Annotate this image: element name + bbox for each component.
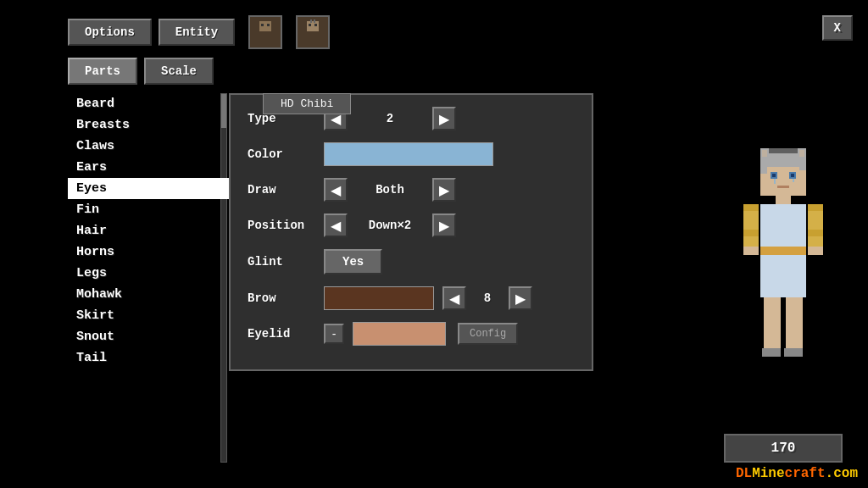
- svg-rect-8: [764, 148, 803, 153]
- sidebar-item-skirt[interactable]: Skirt: [68, 305, 229, 326]
- svg-rect-5: [314, 24, 317, 26]
- draw-value: Both: [356, 183, 424, 197]
- brow-label: Brow: [248, 291, 315, 305]
- svg-rect-31: [760, 255, 806, 297]
- svg-rect-7: [314, 19, 315, 23]
- watermark-craft: craft: [785, 466, 826, 481]
- svg-rect-22: [760, 247, 806, 255]
- color-row: Color: [248, 142, 575, 166]
- svg-rect-27: [743, 230, 759, 236]
- draw-next-button[interactable]: ▶: [432, 178, 456, 202]
- svg-rect-2: [267, 24, 270, 26]
- svg-rect-32: [764, 297, 781, 348]
- color-swatch[interactable]: [324, 142, 493, 166]
- draw-label: Draw: [248, 183, 315, 197]
- svg-rect-4: [309, 24, 311, 26]
- svg-rect-35: [784, 348, 803, 357]
- sidebar-item-beard[interactable]: Beard: [68, 93, 229, 114]
- second-bar: Parts Scale: [68, 58, 214, 85]
- eyelid-minus-button[interactable]: -: [324, 324, 344, 344]
- options-tab[interactable]: Options: [68, 19, 152, 46]
- eyelid-config-button[interactable]: Config: [458, 323, 518, 345]
- svg-rect-34: [762, 348, 781, 357]
- brow-next-button[interactable]: ▶: [509, 286, 532, 310]
- position-value: Down×2: [356, 219, 424, 232]
- brow-swatch[interactable]: [324, 286, 434, 310]
- parts-list: Beard Breasts Claws Ears Eyes Fin Hair H…: [68, 93, 229, 463]
- sidebar-item-snout[interactable]: Snout: [68, 326, 229, 347]
- type-next-button[interactable]: ▶: [432, 107, 456, 130]
- sidebar-item-ears[interactable]: Ears: [68, 157, 229, 178]
- config-panel: Type ◀ 2 ▶ Color Draw ◀ Both ▶ Position …: [229, 93, 593, 371]
- height-value: 170: [771, 441, 796, 456]
- svg-rect-20: [776, 196, 791, 204]
- svg-rect-19: [777, 186, 789, 188]
- brow-value: 8: [475, 291, 500, 305]
- svg-rect-29: [743, 247, 759, 255]
- position-next-button[interactable]: ▶: [432, 214, 456, 237]
- svg-rect-1: [261, 24, 264, 26]
- sidebar-item-breasts[interactable]: Breasts: [68, 114, 229, 136]
- svg-rect-25: [743, 204, 759, 211]
- svg-rect-28: [808, 230, 823, 236]
- character-svg: [728, 147, 838, 409]
- position-row: Position ◀ Down×2 ▶: [248, 214, 575, 237]
- entity-preview-icon: [248, 15, 282, 49]
- watermark-dot: .: [826, 466, 834, 481]
- sidebar-item-fin[interactable]: Fin: [68, 199, 229, 220]
- eyelid-swatch[interactable]: [353, 322, 446, 346]
- sidebar-item-tail[interactable]: Tail: [68, 347, 229, 369]
- sidebar-item-eyes[interactable]: Eyes: [68, 178, 229, 199]
- eyelid-label: Eyelid: [248, 327, 315, 341]
- svg-rect-17: [774, 179, 776, 184]
- svg-rect-30: [808, 247, 823, 255]
- close-button[interactable]: X: [822, 15, 853, 41]
- sidebar-item-mohawk[interactable]: Mohawk: [68, 284, 229, 305]
- sidebar-item-horns[interactable]: Horns: [68, 241, 229, 263]
- draw-row: Draw ◀ Both ▶: [248, 178, 575, 202]
- position-label: Position: [248, 219, 315, 232]
- watermark: DLMinecraft.com: [736, 466, 858, 481]
- hd-chibi-hint: HD Chibi: [263, 93, 351, 114]
- scale-tab[interactable]: Scale: [144, 58, 214, 85]
- glint-toggle-button[interactable]: Yes: [324, 249, 382, 274]
- position-prev-button[interactable]: ◀: [324, 214, 348, 237]
- parts-tab[interactable]: Parts: [68, 58, 137, 85]
- glint-label: Glint: [248, 255, 315, 269]
- svg-rect-16: [791, 174, 794, 177]
- height-indicator: 170: [724, 434, 843, 463]
- eyelid-row: Eyelid - Config: [248, 322, 575, 346]
- svg-rect-6: [310, 19, 312, 23]
- svg-rect-15: [772, 174, 776, 177]
- watermark-com: com: [833, 466, 858, 481]
- svg-rect-33: [786, 297, 803, 348]
- entity-preview-icon2: [296, 15, 330, 49]
- brow-row: Brow ◀ 8 ▶: [248, 286, 575, 310]
- entity-tab[interactable]: Entity: [159, 19, 235, 46]
- top-bar: Options Entity: [68, 15, 330, 49]
- glint-row: Glint Yes: [248, 249, 575, 274]
- svg-rect-38: [762, 150, 767, 157]
- draw-prev-button[interactable]: ◀: [324, 178, 348, 202]
- svg-rect-26: [808, 204, 823, 211]
- watermark-dl: DL: [736, 466, 752, 481]
- character-preview: [698, 93, 868, 463]
- svg-rect-39: [799, 150, 804, 157]
- type-value: 2: [356, 112, 424, 125]
- sidebar-item-claws[interactable]: Claws: [68, 136, 229, 157]
- sidebar-item-legs[interactable]: Legs: [68, 263, 229, 284]
- sidebar-item-hair[interactable]: Hair: [68, 220, 229, 241]
- watermark-mine: Mine: [752, 466, 784, 481]
- svg-rect-18: [793, 179, 794, 182]
- brow-prev-button[interactable]: ◀: [442, 286, 466, 310]
- color-label: Color: [248, 147, 315, 161]
